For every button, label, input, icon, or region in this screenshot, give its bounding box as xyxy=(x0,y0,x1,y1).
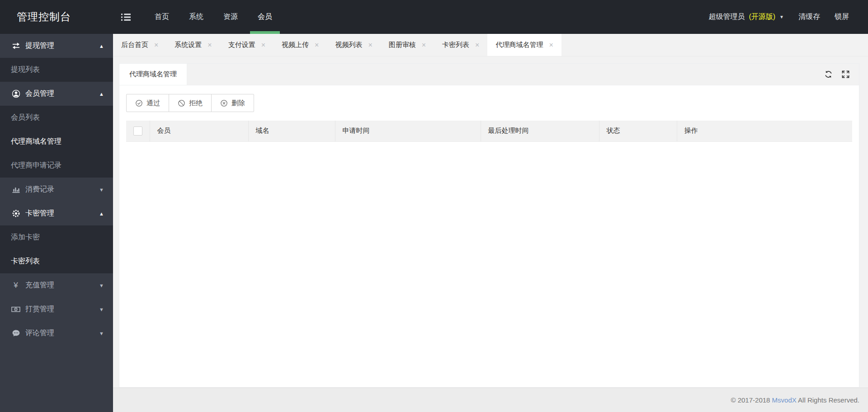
refresh-button[interactable] xyxy=(824,70,833,79)
caret-down-icon: ▼ xyxy=(99,331,104,336)
tab-home[interactable]: 后台首页× xyxy=(113,34,166,56)
column-header-handle-time: 最后处理时间 xyxy=(481,121,599,141)
lock-screen-button[interactable]: 锁屏 xyxy=(827,0,856,34)
sidebar-section-reward[interactable]: 打赏管理▼ xyxy=(0,297,113,321)
table-header-row: 会员域名申请时间最后处理时间状态操作 xyxy=(126,121,852,141)
sidebar-submenu-withdraw: 提现列表 xyxy=(0,58,113,82)
fullscreen-button[interactable] xyxy=(841,70,850,79)
caret-down-icon: ▼ xyxy=(779,14,784,19)
close-icon[interactable]: × xyxy=(154,42,158,49)
msvodx-link[interactable]: MsvodX xyxy=(772,396,797,404)
sidebar-section-label: 评论管理 xyxy=(25,328,54,338)
main-area: 后台首页×系统设置×支付设置×视频上传×视频列表×图册审核×卡密列表×代理商域名… xyxy=(113,34,868,412)
sidebar-submenu-member: 会员列表代理商域名管理代理商申请记录 xyxy=(0,106,113,178)
list-menu-icon xyxy=(121,13,131,21)
yen-icon: ¥ xyxy=(11,281,21,289)
caret-up-icon: ▲ xyxy=(99,43,104,49)
sidebar-section-comment[interactable]: 评论管理▼ xyxy=(0,321,113,345)
select-all-checkbox[interactable] xyxy=(133,126,142,136)
tab-system-settings[interactable]: 系统设置× xyxy=(166,34,220,56)
sidebar-section-label: 提现管理 xyxy=(25,41,54,51)
sidebar-section-label: 消费记录 xyxy=(25,185,54,194)
tab-label: 后台首页 xyxy=(121,41,148,49)
comment-icon xyxy=(11,329,21,337)
banknote-icon xyxy=(11,305,21,314)
close-icon[interactable]: × xyxy=(368,42,372,49)
close-icon[interactable]: × xyxy=(261,42,265,49)
sidebar-section-cardkey[interactable]: 卡密管理▲ xyxy=(0,201,113,225)
caret-up-icon: ▲ xyxy=(99,91,104,97)
nav-item-member[interactable]: 会员 xyxy=(250,0,280,34)
close-icon[interactable]: × xyxy=(475,42,479,49)
sidebar-submenu-cardkey: 添加卡密卡密列表 xyxy=(0,225,113,273)
ban-circle-icon xyxy=(178,99,185,107)
data-table: 会员域名申请时间最后处理时间状态操作 xyxy=(126,121,852,142)
sidebar-section-consume-record[interactable]: 消费记录▼ xyxy=(0,178,113,201)
caret-down-icon: ▼ xyxy=(99,283,104,288)
panel-tools xyxy=(824,64,859,85)
version-badge: (开源版) xyxy=(749,12,775,22)
sidebar-item-add-cardkey[interactable]: 添加卡密 xyxy=(0,225,113,249)
tab-label: 视频上传 xyxy=(282,41,309,49)
caret-down-icon: ▼ xyxy=(99,307,104,312)
content-area: 代理商域名管理 通过拒绝删除 会员域名申请时间最后处理时间状态操作 xyxy=(113,56,868,388)
column-header-status: 状态 xyxy=(599,121,677,141)
nav-item-system[interactable]: 系统 xyxy=(181,0,211,34)
close-icon[interactable]: × xyxy=(549,42,553,49)
sidebar-section-withdraw[interactable]: 提现管理▲ xyxy=(0,34,113,58)
nav-item-home[interactable]: 首页 xyxy=(147,0,177,34)
tab-album-review[interactable]: 图册审核× xyxy=(381,34,434,56)
panel-card: 代理商域名管理 通过拒绝删除 会员域名申请时间最后处理时间状态操作 xyxy=(119,63,859,388)
column-header-operation: 操作 xyxy=(677,121,852,141)
tab-payment-settings[interactable]: 支付设置× xyxy=(220,34,274,56)
delete-button-label: 删除 xyxy=(231,99,245,108)
caret-down-icon: ▼ xyxy=(99,187,104,192)
tab-label: 图册审核 xyxy=(389,41,416,49)
nav-item-resource[interactable]: 资源 xyxy=(216,0,245,34)
refresh-icon xyxy=(824,70,833,79)
sidebar-section-label: 充值管理 xyxy=(25,281,54,290)
gear-icon xyxy=(11,209,21,218)
column-header-member: 会员 xyxy=(150,121,248,141)
tab-cardkey-list[interactable]: 卡密列表× xyxy=(434,34,487,56)
column-header-apply-time: 申请时间 xyxy=(335,121,481,141)
sidebar-section-label: 会员管理 xyxy=(25,89,54,98)
tab-label: 系统设置 xyxy=(175,41,202,49)
check-circle-icon xyxy=(135,99,143,107)
user-menu[interactable]: 超级管理员 (开源版) ▼ xyxy=(701,0,791,34)
tab-label: 代理商域名管理 xyxy=(495,41,543,49)
approve-button[interactable]: 通过 xyxy=(126,94,169,112)
navbar-right: 超级管理员 (开源版) ▼ 清缓存锁屏 xyxy=(701,0,868,34)
sidebar-item-agent-apply-record[interactable]: 代理商申请记录 xyxy=(0,154,113,178)
tab-agent-domain-manage[interactable]: 代理商域名管理× xyxy=(487,34,561,56)
close-icon[interactable]: × xyxy=(208,42,212,49)
panel-header: 代理商域名管理 xyxy=(119,64,859,85)
sidebar-item-agent-domain-manage[interactable]: 代理商域名管理 xyxy=(0,130,113,154)
panel-tab-agent-domain[interactable]: 代理商域名管理 xyxy=(119,64,187,85)
sidebar-item-member-list[interactable]: 会员列表 xyxy=(0,106,113,130)
sidebar-item-withdraw-list[interactable]: 提现列表 xyxy=(0,58,113,82)
panel-body: 通过拒绝删除 会员域名申请时间最后处理时间状态操作 xyxy=(119,85,859,387)
close-icon[interactable]: × xyxy=(422,42,426,49)
clear-cache-button[interactable]: 清缓存 xyxy=(791,0,827,34)
tab-label: 支付设置 xyxy=(228,41,255,49)
x-circle-icon xyxy=(220,99,228,107)
footer-suffix: All Rights Reserved. xyxy=(797,396,859,404)
sidebar-section-recharge[interactable]: ¥充值管理▼ xyxy=(0,273,113,297)
footer: © 2017-2018 MsvodX All Rights Reserved. xyxy=(113,388,868,412)
sidebar-item-cardkey-list[interactable]: 卡密列表 xyxy=(0,249,113,273)
tab-label: 卡密列表 xyxy=(442,41,469,49)
close-icon[interactable]: × xyxy=(315,42,319,49)
tab-video-list[interactable]: 视频列表× xyxy=(327,34,380,56)
sidebar-section-member[interactable]: 会员管理▲ xyxy=(0,82,113,106)
reject-button[interactable]: 拒绝 xyxy=(169,94,212,112)
toolbar-button-group: 通过拒绝删除 xyxy=(126,94,254,112)
top-nav: 首页系统资源会员 xyxy=(113,0,282,34)
sidebar-section-label: 卡密管理 xyxy=(25,209,54,218)
delete-button[interactable]: 删除 xyxy=(211,94,254,112)
user-name: 超级管理员 xyxy=(708,12,745,22)
menu-toggle[interactable] xyxy=(115,0,137,34)
tab-label: 视频列表 xyxy=(335,41,362,49)
tab-video-upload[interactable]: 视频上传× xyxy=(274,34,327,56)
swap-icon xyxy=(11,42,21,50)
